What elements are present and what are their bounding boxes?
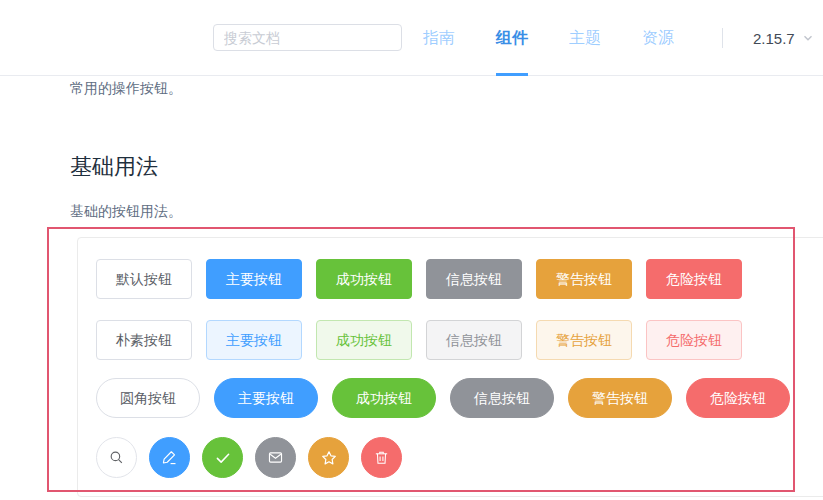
nav-item-components[interactable]: 组件 <box>496 0 528 76</box>
top-navbar: 指南 组件 主题 资源 2.15.7 <box>0 0 823 76</box>
nav-label: 主题 <box>569 28 601 49</box>
default-button[interactable]: 默认按钮 <box>96 259 192 299</box>
nav-label: 指南 <box>423 28 455 49</box>
nav-item-theme[interactable]: 主题 <box>569 0 601 76</box>
version-label: 2.15.7 <box>753 30 795 47</box>
delete-icon <box>373 449 390 466</box>
plain-buttons-row: 朴素按钮 主要按钮 成功按钮 信息按钮 警告按钮 危险按钮 <box>96 320 742 360</box>
info-button[interactable]: 信息按钮 <box>426 259 522 299</box>
section-description: 基础的按钮用法。 <box>70 203 182 221</box>
check-icon-button[interactable] <box>202 437 243 478</box>
round-buttons-row: 圆角按钮 主要按钮 成功按钮 信息按钮 警告按钮 危险按钮 <box>96 378 790 418</box>
nav-label: 资源 <box>642 28 674 49</box>
round-success-button[interactable]: 成功按钮 <box>332 378 436 418</box>
round-info-button[interactable]: 信息按钮 <box>450 378 554 418</box>
primary-button[interactable]: 主要按钮 <box>206 259 302 299</box>
warning-button[interactable]: 警告按钮 <box>536 259 632 299</box>
active-tab-underline <box>496 73 528 76</box>
check-icon <box>214 449 232 467</box>
edit-icon <box>161 449 178 466</box>
star-icon <box>320 449 338 467</box>
nav-label: 组件 <box>496 28 528 49</box>
edit-icon-button[interactable] <box>149 437 190 478</box>
plain-success-button[interactable]: 成功按钮 <box>316 320 412 360</box>
plain-default-button[interactable]: 朴素按钮 <box>96 320 192 360</box>
round-danger-button[interactable]: 危险按钮 <box>686 378 790 418</box>
danger-button[interactable]: 危险按钮 <box>646 259 742 299</box>
message-icon-button[interactable] <box>255 437 296 478</box>
success-button[interactable]: 成功按钮 <box>316 259 412 299</box>
round-primary-button[interactable]: 主要按钮 <box>214 378 318 418</box>
plain-primary-button[interactable]: 主要按钮 <box>206 320 302 360</box>
main-nav: 指南 组件 主题 资源 <box>423 0 674 76</box>
chevron-down-icon <box>802 30 814 47</box>
nav-item-guide[interactable]: 指南 <box>423 0 455 76</box>
section-title: 基础用法 <box>70 152 158 182</box>
plain-warning-button[interactable]: 警告按钮 <box>536 320 632 360</box>
version-dropdown[interactable]: 2.15.7 <box>753 0 814 76</box>
nav-item-resources[interactable]: 资源 <box>642 0 674 76</box>
round-warning-button[interactable]: 警告按钮 <box>568 378 672 418</box>
nav-divider <box>722 28 723 48</box>
search-icon-button[interactable] <box>96 437 137 478</box>
search-icon <box>108 449 125 466</box>
default-buttons-row: 默认按钮 主要按钮 成功按钮 信息按钮 警告按钮 危险按钮 <box>96 259 742 299</box>
star-icon-button[interactable] <box>308 437 349 478</box>
plain-info-button[interactable]: 信息按钮 <box>426 320 522 360</box>
search-input[interactable] <box>213 24 402 51</box>
button-demo-block: 默认按钮 主要按钮 成功按钮 信息按钮 警告按钮 危险按钮 朴素按钮 主要按钮 … <box>77 237 823 497</box>
round-default-button[interactable]: 圆角按钮 <box>96 378 200 418</box>
plain-danger-button[interactable]: 危险按钮 <box>646 320 742 360</box>
message-icon <box>267 449 284 466</box>
component-intro: 常用的操作按钮。 <box>70 80 182 98</box>
circle-icon-buttons-row <box>96 437 402 478</box>
delete-icon-button[interactable] <box>361 437 402 478</box>
